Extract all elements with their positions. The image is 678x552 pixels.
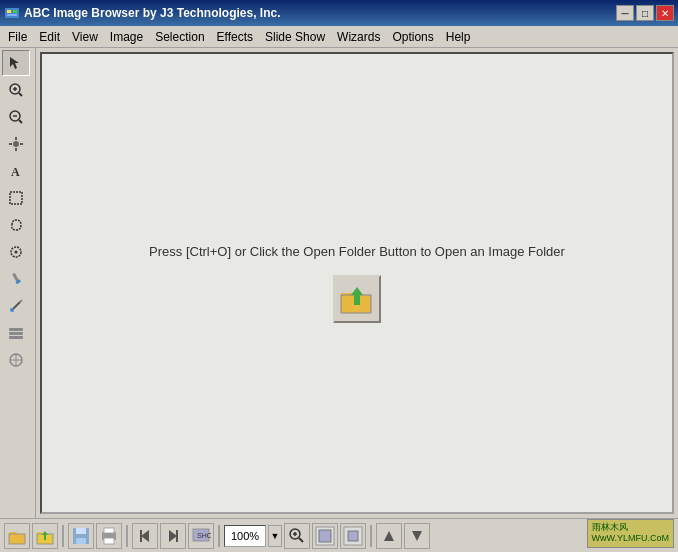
watermark-line1: 雨林木风	[592, 522, 670, 534]
zoom-dropdown[interactable]: ▼	[268, 525, 282, 547]
svg-line-19	[13, 302, 20, 309]
svg-line-10	[19, 120, 22, 123]
fit-button[interactable]	[340, 523, 366, 549]
svg-rect-59	[348, 531, 358, 541]
next-button[interactable]	[160, 523, 186, 549]
menu-item-image[interactable]: Image	[104, 28, 149, 46]
svg-text:SHOW: SHOW	[197, 532, 211, 539]
svg-rect-44	[104, 528, 114, 533]
tool-zoom-out[interactable]	[2, 104, 30, 130]
svg-marker-60	[384, 531, 394, 541]
svg-line-21	[20, 300, 22, 302]
svg-rect-45	[104, 538, 114, 544]
prompt-text: Press [Ctrl+O] or Click the Open Folder …	[149, 244, 565, 259]
toolbar-separator	[126, 525, 128, 547]
window-controls[interactable]: ─ □ ✕	[616, 5, 674, 21]
tool-text[interactable]: A	[2, 158, 30, 184]
svg-rect-47	[140, 530, 142, 542]
tool-magic-select[interactable]	[2, 239, 30, 265]
svg-rect-49	[176, 530, 178, 542]
menu-item-options[interactable]: Options	[386, 28, 439, 46]
maximize-button[interactable]: □	[636, 5, 654, 21]
open-folder-bottom-button[interactable]	[32, 523, 58, 549]
svg-rect-32	[354, 301, 360, 305]
tool-zoom-in[interactable]	[2, 77, 30, 103]
svg-rect-41	[76, 528, 86, 534]
tool-paint[interactable]	[2, 266, 30, 292]
main-layout: A Press [Ctrl+O] or Click the Open Folde…	[0, 48, 678, 518]
svg-rect-42	[76, 538, 86, 544]
print-button[interactable]	[96, 523, 122, 549]
open-folder-button[interactable]	[333, 275, 381, 323]
svg-marker-61	[412, 531, 422, 541]
title-bar: ABC Image Browser by J3 Technologies, In…	[0, 0, 678, 26]
tool-arrow[interactable]	[2, 50, 30, 76]
svg-rect-22	[9, 328, 23, 331]
svg-line-6	[19, 93, 22, 96]
svg-rect-57	[319, 530, 331, 542]
svg-point-20	[10, 308, 14, 312]
menu-item-view[interactable]: View	[66, 28, 104, 46]
svg-rect-23	[9, 332, 23, 335]
watermark-line2: WwW.YLMFU.CoM	[592, 533, 670, 545]
zoom-input[interactable]	[224, 525, 266, 547]
menu-item-slideshow[interactable]: Slide Show	[259, 28, 331, 46]
left-toolbar: A	[0, 48, 36, 518]
tool-tool11[interactable]	[2, 320, 30, 346]
bottom-toolbar: SHOW▼	[0, 518, 678, 552]
save-button[interactable]	[68, 523, 94, 549]
title-left: ABC Image Browser by J3 Technologies, In…	[4, 5, 281, 21]
svg-rect-1	[7, 10, 11, 13]
svg-rect-14	[10, 192, 22, 204]
svg-marker-4	[10, 57, 19, 69]
svg-marker-46	[141, 530, 149, 542]
menu-item-help[interactable]: Help	[440, 28, 477, 46]
tool-eyedrop[interactable]	[2, 293, 30, 319]
menu-item-effects[interactable]: Effects	[211, 28, 259, 46]
menu-bar: FileEditViewImageSelectionEffectsSlide S…	[0, 26, 678, 48]
svg-rect-3	[7, 14, 17, 16]
svg-point-12	[13, 141, 19, 147]
content-area: Press [Ctrl+O] or Click the Open Folder …	[40, 52, 674, 514]
fullscreen-button[interactable]	[312, 523, 338, 549]
menu-item-edit[interactable]: Edit	[33, 28, 66, 46]
scroll-down-button[interactable]	[404, 523, 430, 549]
svg-rect-34	[9, 532, 17, 535]
minimize-button[interactable]: ─	[616, 5, 634, 21]
svg-marker-48	[169, 530, 177, 542]
open-button[interactable]	[4, 523, 30, 549]
toolbar-separator	[62, 525, 64, 547]
zoom-in-button[interactable]	[284, 523, 310, 549]
svg-point-16	[15, 251, 18, 254]
window-title: ABC Image Browser by J3 Technologies, In…	[24, 6, 281, 20]
menu-item-file[interactable]: File	[2, 28, 33, 46]
svg-rect-33	[9, 534, 25, 544]
close-button[interactable]: ✕	[656, 5, 674, 21]
svg-line-53	[299, 538, 303, 542]
slideshow-button[interactable]: SHOW	[188, 523, 214, 549]
menu-item-selection[interactable]: Selection	[149, 28, 210, 46]
svg-rect-24	[9, 336, 23, 339]
prev-button[interactable]	[132, 523, 158, 549]
toolbar-separator	[218, 525, 220, 547]
toolbar-separator	[370, 525, 372, 547]
svg-text:A: A	[11, 165, 20, 179]
scroll-up-button[interactable]	[376, 523, 402, 549]
svg-rect-2	[13, 10, 17, 13]
menu-item-wizards[interactable]: Wizards	[331, 28, 386, 46]
tool-tool12[interactable]	[2, 347, 30, 373]
watermark: 雨林木风WwW.YLMFU.CoM	[587, 519, 675, 548]
app-icon	[4, 5, 20, 21]
tool-pan[interactable]	[2, 131, 30, 157]
tool-rect-select[interactable]	[2, 185, 30, 211]
tool-free-select[interactable]	[2, 212, 30, 238]
